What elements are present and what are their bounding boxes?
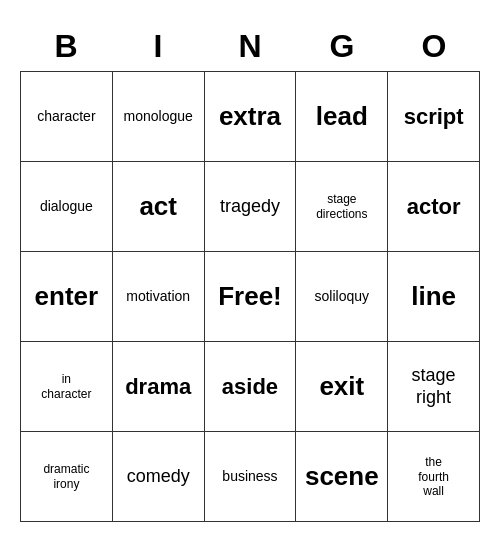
cell-0-4: script — [388, 72, 480, 162]
cell-1-0: dialogue — [21, 162, 113, 252]
cell-text-3-0: incharacter — [25, 372, 108, 401]
grid-row-4: dramaticironycomedybusinessscenethefourt… — [21, 432, 480, 522]
cell-text-4-1: comedy — [117, 466, 200, 488]
cell-text-1-1: act — [117, 191, 200, 222]
cell-text-4-2: business — [209, 468, 292, 485]
cell-3-4: stageright — [388, 342, 480, 432]
cell-text-0-1: monologue — [117, 108, 200, 125]
header-letter-o: O — [388, 22, 480, 72]
cell-2-2: Free! — [204, 252, 296, 342]
grid-row-1: dialogueacttragedystagedirectionsactor — [21, 162, 480, 252]
cell-text-2-2: Free! — [209, 281, 292, 312]
cell-text-0-3: lead — [300, 101, 383, 132]
cell-1-3: stagedirections — [296, 162, 388, 252]
cell-text-2-0: enter — [25, 281, 108, 312]
header-letter-b: B — [20, 22, 112, 72]
cell-3-1: drama — [112, 342, 204, 432]
cell-text-3-4: stageright — [392, 365, 475, 408]
cell-text-0-4: script — [392, 104, 475, 130]
bingo-grid: charactermonologueextraleadscriptdialogu… — [20, 72, 480, 523]
cell-0-2: extra — [204, 72, 296, 162]
header-letter-g: G — [296, 22, 388, 72]
cell-1-1: act — [112, 162, 204, 252]
cell-text-2-1: motivation — [117, 288, 200, 305]
cell-1-2: tragedy — [204, 162, 296, 252]
cell-text-0-2: extra — [209, 101, 292, 132]
grid-row-3: incharacterdramaasideexitstageright — [21, 342, 480, 432]
cell-text-3-1: drama — [117, 374, 200, 400]
cell-2-3: soliloquy — [296, 252, 388, 342]
cell-text-4-0: dramaticirony — [25, 462, 108, 491]
cell-text-0-0: character — [25, 108, 108, 125]
cell-text-1-0: dialogue — [25, 198, 108, 215]
cell-4-3: scene — [296, 432, 388, 522]
bingo-card: BINGO charactermonologueextraleadscriptd… — [20, 22, 480, 523]
cell-text-2-4: line — [392, 281, 475, 312]
cell-text-1-4: actor — [392, 194, 475, 220]
cell-text-1-2: tragedy — [209, 196, 292, 218]
cell-3-0: incharacter — [21, 342, 113, 432]
cell-3-3: exit — [296, 342, 388, 432]
cell-0-0: character — [21, 72, 113, 162]
bingo-header: BINGO — [20, 22, 480, 72]
cell-2-4: line — [388, 252, 480, 342]
cell-2-0: enter — [21, 252, 113, 342]
cell-3-2: aside — [204, 342, 296, 432]
cell-1-4: actor — [388, 162, 480, 252]
grid-row-2: entermotivationFree!soliloquyline — [21, 252, 480, 342]
cell-text-1-3: stagedirections — [300, 192, 383, 221]
cell-2-1: motivation — [112, 252, 204, 342]
cell-4-4: thefourthwall — [388, 432, 480, 522]
cell-text-4-3: scene — [300, 461, 383, 492]
header-letter-i: I — [112, 22, 204, 72]
cell-text-3-3: exit — [300, 371, 383, 402]
cell-0-1: monologue — [112, 72, 204, 162]
cell-text-4-4: thefourthwall — [392, 455, 475, 498]
header-letter-n: N — [204, 22, 296, 72]
cell-4-2: business — [204, 432, 296, 522]
cell-0-3: lead — [296, 72, 388, 162]
cell-4-1: comedy — [112, 432, 204, 522]
grid-row-0: charactermonologueextraleadscript — [21, 72, 480, 162]
cell-text-2-3: soliloquy — [300, 288, 383, 305]
cell-text-3-2: aside — [209, 374, 292, 400]
cell-4-0: dramaticirony — [21, 432, 113, 522]
